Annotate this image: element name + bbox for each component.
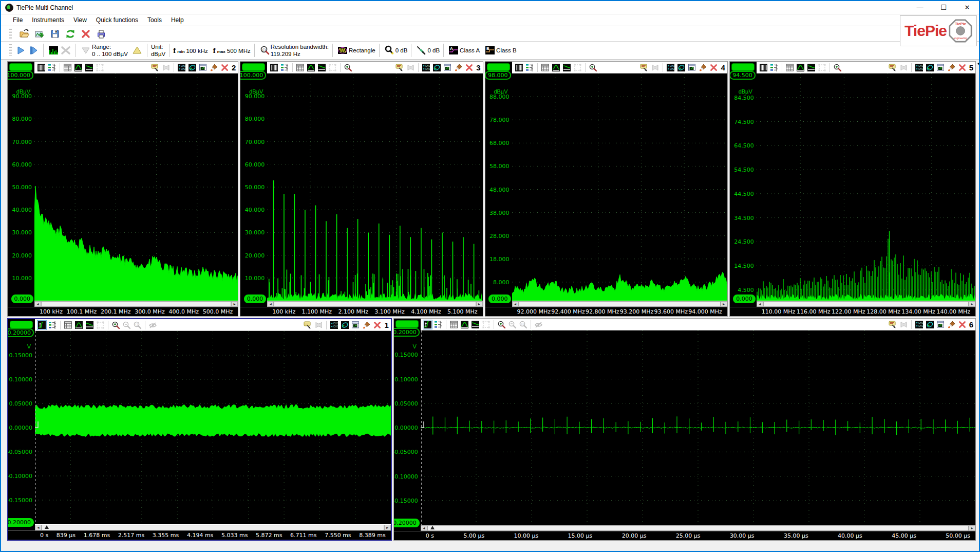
axis-max-value[interactable]: 100.000 xyxy=(240,71,266,80)
menu-instruments[interactable]: Instruments xyxy=(27,15,69,25)
scroll-left-icon[interactable]: ◄ xyxy=(34,301,41,307)
brush-icon[interactable] xyxy=(362,320,371,330)
scroll-right-icon[interactable]: ► xyxy=(721,301,727,307)
fmax-control[interactable]: fmax 500 MHz xyxy=(213,46,251,56)
close-icon[interactable] xyxy=(709,63,719,72)
wave-up-icon[interactable] xyxy=(551,63,561,72)
scrollbar-track[interactable] xyxy=(763,301,969,307)
class-a-label[interactable]: Class A xyxy=(460,47,480,54)
wave-up-icon[interactable] xyxy=(796,63,805,72)
levels-icon[interactable] xyxy=(48,320,58,330)
horizontal-scrollbar[interactable]: ◄► xyxy=(757,301,975,307)
open-icon[interactable] xyxy=(18,28,30,40)
scrollbar-thumb[interactable] xyxy=(41,301,231,307)
brush-icon[interactable] xyxy=(698,63,708,72)
zoom-in-icon[interactable] xyxy=(833,63,842,72)
window-icon[interactable] xyxy=(687,63,697,72)
axis-min-value[interactable]: -0.20000 xyxy=(393,519,420,527)
pan-icon[interactable] xyxy=(37,320,47,330)
scroll-right-icon[interactable]: ► xyxy=(384,525,391,530)
table-icon[interactable] xyxy=(295,63,305,72)
scrollbar-thumb[interactable] xyxy=(427,525,969,531)
zoom-in-icon[interactable] xyxy=(111,320,121,330)
channels-icon[interactable]: CH1CH2 xyxy=(914,63,924,72)
menu-view[interactable]: View xyxy=(69,15,91,25)
wave-up-icon[interactable] xyxy=(73,63,83,72)
brush-icon[interactable] xyxy=(454,63,463,72)
window-icon[interactable] xyxy=(198,63,208,72)
gain2-value[interactable]: 0 dB xyxy=(427,47,440,54)
plot-area-2[interactable] xyxy=(34,73,238,301)
wave-flat-icon[interactable] xyxy=(806,63,816,72)
gain-magnifier-icon[interactable] xyxy=(383,44,395,57)
scrollbar-thumb[interactable] xyxy=(763,301,969,307)
scrollbar-thumb[interactable] xyxy=(42,525,384,530)
one-shot-icon[interactable] xyxy=(27,44,40,57)
levels-icon[interactable] xyxy=(47,63,57,72)
channels-icon[interactable]: CH1CH2 xyxy=(177,63,186,72)
window-function-icon[interactable] xyxy=(336,44,349,57)
channels-icon[interactable]: CH1CH2 xyxy=(329,320,339,330)
start-measurement-icon[interactable] xyxy=(15,44,27,57)
close-icon[interactable] xyxy=(220,63,230,72)
window-icon[interactable] xyxy=(936,320,946,329)
unit-block[interactable]: Unit: dBµV xyxy=(151,43,165,58)
range-up-icon[interactable] xyxy=(131,44,143,57)
axis-max-value[interactable]: 0.20000 xyxy=(393,328,420,337)
brush-icon[interactable] xyxy=(947,320,956,329)
axis-max-value[interactable]: 98.000 xyxy=(485,71,511,80)
delete-icon[interactable] xyxy=(80,28,92,40)
table-icon[interactable] xyxy=(63,63,72,72)
table-icon[interactable] xyxy=(785,63,795,72)
menu-file[interactable]: File xyxy=(8,15,27,25)
auto-resolution-icon[interactable]: (:) xyxy=(258,44,271,57)
probe-gain-icon[interactable] xyxy=(415,44,427,57)
plot-area-3[interactable] xyxy=(267,73,482,301)
scroll-left-icon[interactable]: ◄ xyxy=(35,525,42,530)
zoom-in-icon[interactable] xyxy=(497,320,506,329)
trigger-level-icon[interactable] xyxy=(421,421,424,428)
brush-icon[interactable] xyxy=(947,63,956,72)
plot-area-6[interactable] xyxy=(421,330,975,525)
scrollbar-thumb[interactable] xyxy=(274,301,476,307)
wave-flat-icon[interactable] xyxy=(84,63,94,72)
scrollbar-track[interactable] xyxy=(42,525,384,530)
comment-icon[interactable] xyxy=(303,320,313,330)
axis-min-value[interactable]: 0.000 xyxy=(244,295,267,303)
wave-flat-icon[interactable] xyxy=(562,63,572,72)
ellipse-icon[interactable] xyxy=(187,63,197,72)
scroll-right-icon[interactable]: ► xyxy=(969,301,975,307)
barcode-icon[interactable] xyxy=(269,63,279,72)
window-icon[interactable] xyxy=(443,63,453,72)
comment-icon[interactable] xyxy=(888,320,898,329)
horizontal-scrollbar[interactable]: ◄► xyxy=(34,301,238,307)
class-a-icon[interactable]: A xyxy=(447,44,460,57)
maximize-button[interactable]: ☐ xyxy=(932,1,955,14)
menu-quick-functions[interactable]: Quick functions xyxy=(91,15,143,25)
barcode-icon[interactable] xyxy=(514,63,524,72)
horizontal-scrollbar[interactable]: ◄► xyxy=(267,301,482,307)
refresh-icon[interactable] xyxy=(64,28,77,40)
scrollbar-track[interactable] xyxy=(274,301,476,307)
ellipse-icon[interactable] xyxy=(340,320,350,330)
wave-up-icon[interactable] xyxy=(460,320,469,329)
window-icon[interactable] xyxy=(936,63,946,72)
channels-icon[interactable]: CH1CH2 xyxy=(421,63,431,72)
channels-icon[interactable]: CH1CH2 xyxy=(666,63,675,72)
zoom-in-icon[interactable] xyxy=(343,63,353,72)
menu-help[interactable]: Help xyxy=(166,15,189,25)
scrollbar-track[interactable] xyxy=(41,301,231,307)
close-button[interactable]: ✕ xyxy=(955,1,979,14)
plot-area-4[interactable] xyxy=(512,73,727,301)
axis-min-value[interactable]: 0.000 xyxy=(488,295,511,303)
fmin-control[interactable]: fmin 100 kHz xyxy=(173,46,208,56)
plot-area-5[interactable] xyxy=(757,73,975,301)
axis-min-value[interactable]: 0.000 xyxy=(733,295,756,303)
wave-flat-icon[interactable] xyxy=(470,320,480,329)
comment-icon[interactable] xyxy=(150,63,160,72)
barcode-icon[interactable] xyxy=(759,63,768,72)
wave-up-icon[interactable] xyxy=(74,320,84,330)
save-icon[interactable] xyxy=(49,28,61,40)
channels-icon[interactable]: CH1CH2 xyxy=(914,320,924,329)
scrollbar-track[interactable] xyxy=(427,525,969,531)
